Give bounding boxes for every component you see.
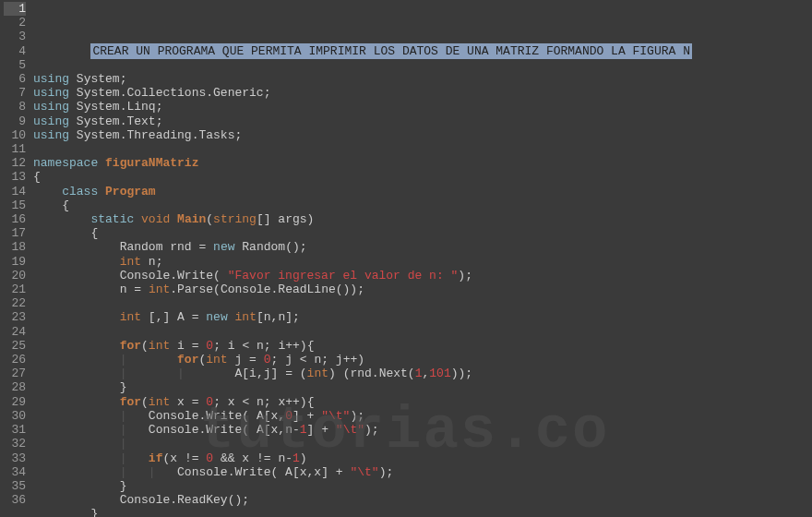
line-number: 21 [4, 283, 26, 296]
line-number: 29 [4, 395, 26, 409]
line-number: 12 [4, 156, 26, 170]
line-number: 22 [4, 296, 26, 310]
line-number: 8 [4, 100, 26, 114]
code-line[interactable]: Random rnd = new Random(); [33, 240, 812, 254]
line-number: 20 [4, 269, 26, 283]
line-number: 13 [4, 170, 26, 184]
selected-text: CREAR UN PROGRAMA QUE PERMITA IMPRIMIR L… [90, 43, 692, 59]
line-number: 9 [4, 114, 26, 128]
line-number: 28 [4, 380, 26, 394]
code-line[interactable]: using System; [33, 72, 812, 86]
line-number: 6 [4, 72, 26, 86]
code-line[interactable]: | if(x != 0 && x != n-1) [33, 451, 812, 465]
code-line[interactable]: n = int.Parse(Console.ReadLine()); [33, 283, 812, 296]
code-line[interactable]: { [33, 226, 812, 240]
code-line[interactable]: for(int i = 0; i < n; i++){ [33, 339, 812, 353]
code-line[interactable]: using System.Threading.Tasks; [33, 128, 812, 142]
line-number: 35 [4, 479, 26, 493]
code-line[interactable]: namespace figuraNMatriz [33, 156, 812, 170]
line-number: 36 [4, 493, 26, 507]
line-number: 4 [4, 44, 26, 58]
line-number: 16 [4, 212, 26, 226]
code-line[interactable]: int n; [33, 255, 812, 269]
code-line[interactable]: for(int x = 0; x < n; x++){ [33, 395, 812, 409]
line-number: 3 [4, 30, 26, 43]
code-line[interactable]: class Program [33, 185, 812, 198]
code-line[interactable]: | Console.Write( A[x,0] + "\t"); [33, 409, 812, 423]
code-line[interactable]: static void Main(string[] args) [33, 212, 812, 226]
code-line[interactable]: | [33, 437, 812, 451]
line-number: 18 [4, 240, 26, 254]
line-number: 26 [4, 353, 26, 367]
line-number: 10 [4, 128, 26, 142]
line-number: 27 [4, 367, 26, 380]
code-line[interactable]: Console.ReadKey(); [33, 493, 812, 507]
line-number: 11 [4, 142, 26, 156]
code-line[interactable]: Console.Write( "Favor ingresar el valor … [33, 269, 812, 283]
code-line[interactable]: } [33, 479, 812, 493]
line-number: 5 [4, 58, 26, 72]
line-number: 7 [4, 86, 26, 100]
code-line[interactable]: { [33, 170, 812, 184]
line-number: 14 [4, 185, 26, 198]
code-line[interactable]: using System.Collections.Generic; [33, 86, 812, 100]
code-line[interactable]: | | A[i,j] = (int) (rnd.Next(1,101)); [33, 367, 812, 380]
code-line[interactable]: using System.Text; [33, 114, 812, 128]
line-number: 17 [4, 226, 26, 240]
code-line[interactable]: int [,] A = new int[n,n]; [33, 310, 812, 324]
code-line[interactable]: } [33, 507, 812, 517]
line-number: 24 [4, 325, 26, 339]
line-number: 15 [4, 198, 26, 212]
code-line[interactable] [33, 142, 812, 156]
line-number: 2 [4, 16, 26, 30]
code-line[interactable] [33, 325, 812, 339]
line-number: 25 [4, 339, 26, 353]
code-line[interactable] [33, 296, 812, 310]
line-number-gutter: 1234567891011121314151617181920212223242… [0, 0, 33, 517]
code-editor[interactable]: 1234567891011121314151617181920212223242… [0, 0, 812, 517]
code-line[interactable] [33, 58, 812, 72]
line-number: 34 [4, 465, 26, 479]
code-area[interactable]: tutorias.co CREAR UN PROGRAMA QUE PERMIT… [33, 0, 812, 517]
line-number: 1 [4, 2, 26, 16]
line-number: 23 [4, 310, 26, 324]
line-number: 33 [4, 451, 26, 465]
line-number: 31 [4, 423, 26, 437]
code-line[interactable]: using System.Linq; [33, 100, 812, 114]
code-line[interactable]: CREAR UN PROGRAMA QUE PERMITA IMPRIMIR L… [33, 44, 812, 58]
line-number: 32 [4, 437, 26, 451]
code-line[interactable]: | | Console.Write( A[x,x] + "\t"); [33, 465, 812, 479]
line-number: 19 [4, 255, 26, 269]
code-line[interactable]: | Console.Write( A[x,n-1] + "\t"); [33, 423, 812, 437]
line-number: 30 [4, 409, 26, 423]
code-line[interactable]: } [33, 380, 812, 394]
code-line[interactable]: | for(int j = 0; j < n; j++) [33, 353, 812, 367]
code-line[interactable]: { [33, 198, 812, 212]
